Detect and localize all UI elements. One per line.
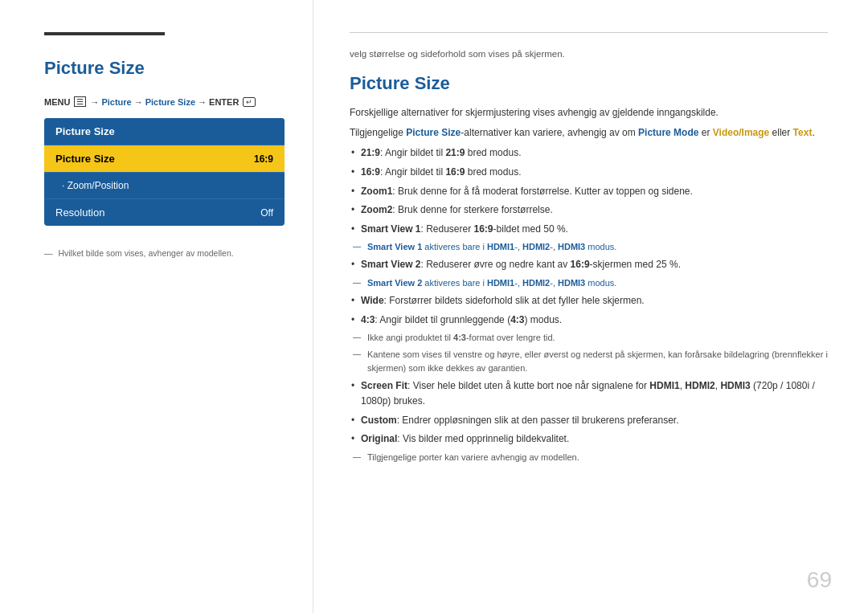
arrow3: → — [198, 97, 207, 107]
arrow2: → — [134, 97, 143, 107]
menu-section2: Picture Size — [145, 97, 195, 107]
right-panel: velg størrelse og sideforhold som vises … — [313, 0, 868, 613]
resolution-value: Off — [260, 207, 273, 219]
menu-item-zoom-position[interactable]: · Zoom/Position — [44, 173, 285, 198]
menu-box: Picture Size Picture Size 16:9 · Zoom/Po… — [44, 118, 285, 226]
intro-text-1: Forskjellige alternativer for skjermjust… — [350, 105, 828, 121]
list-item: 16:9: Angir bildet til 16:9 bred modus. — [350, 165, 828, 180]
menu-path: MENU ☰ → Picture → Picture Size → ENTER … — [44, 96, 285, 107]
intro2-bold2: Picture Mode — [638, 127, 698, 138]
list-item-subnote-dark: Tilgjengelige porter kan variere avhengi… — [350, 451, 828, 464]
enter-icon: ↵ — [243, 97, 256, 107]
intro2-bold3: Video/Image — [713, 127, 769, 138]
left-panel-title: Picture Size — [44, 58, 285, 79]
intro2-prefix: Tilgjengelige — [350, 127, 406, 138]
intro2-mid: -alternativer kan variere, avhengig av o… — [461, 127, 638, 138]
left-note: ― Hvilket bilde som vises, avhenger av m… — [44, 248, 285, 258]
menu-item-resolution[interactable]: Resolution Off — [44, 199, 285, 226]
list-item: 21:9: Angir bildet til 21:9 bred modus. — [350, 145, 828, 161]
intro2-bold1: Picture Size — [406, 127, 461, 138]
intro2-bold4: Text — [793, 127, 813, 138]
menu-box-header: Picture Size — [44, 118, 285, 145]
list-item-subnote-dark: Kantene som vises til venstre og høyre, … — [350, 348, 828, 375]
intro-text-2: Tilgjengelige Picture Size-alternativer … — [350, 125, 828, 141]
list-item: Zoom2: Bruk denne for sterkere forstørre… — [350, 202, 828, 218]
enter-label: ENTER — [209, 97, 239, 107]
right-panel-title: Picture Size — [350, 73, 828, 94]
right-top-note: velg størrelse og sideforhold som vises … — [350, 49, 828, 59]
menu-icon: ☰ — [74, 96, 86, 107]
list-item: Smart View 2: Reduserer øvre og nedre ka… — [350, 257, 828, 272]
picture-size-label: Picture Size — [55, 153, 115, 165]
menu-item-picture-size[interactable]: Picture Size 16:9 — [44, 145, 285, 172]
right-panel-inner: velg størrelse og sideforhold som vises … — [350, 49, 828, 464]
arrow1: → — [90, 97, 99, 107]
list-item-subnote: Smart View 2 aktiveres bare i HDMI1‑, HD… — [350, 276, 828, 290]
picture-size-value: 16:9 — [254, 153, 273, 165]
menu-section1: Picture — [101, 97, 131, 107]
menu-label: MENU — [44, 97, 70, 107]
intro2-end: . — [812, 127, 814, 138]
intro2-mid3: eller — [769, 127, 792, 138]
right-top-line — [350, 32, 828, 33]
list-item: Screen Fit: Viser hele bildet uten å kut… — [350, 378, 828, 408]
bullet-list: 21:9: Angir bildet til 21:9 bred modus. … — [350, 145, 828, 464]
list-item: Smart View 1: Reduserer 16:9-bildet med … — [350, 222, 828, 237]
left-panel: Picture Size MENU ☰ → Picture → Picture … — [0, 0, 313, 613]
page-number: 69 — [807, 567, 832, 593]
list-item: Original: Vis bilder med opprinnelig bil… — [350, 431, 828, 447]
list-item: Wide: Forstørrer bildets sideforhold sli… — [350, 293, 828, 309]
list-item: 4:3: Angir bildet til grunnleggende (4:3… — [350, 313, 828, 328]
zoom-position-label: · Zoom/Position — [62, 180, 129, 191]
list-item: Zoom1: Bruk denne for å få moderat forst… — [350, 184, 828, 199]
list-item-subnote: Smart View 1 aktiveres bare i HDMI1‑, HD… — [350, 240, 828, 254]
list-item-subnote-dark: Ikke angi produktet til 4:3-format over … — [350, 331, 828, 345]
intro2-mid2: er — [698, 127, 712, 138]
list-item: Custom: Endrer oppløsningen slik at den … — [350, 413, 828, 428]
resolution-label: Resolution — [55, 206, 104, 219]
top-bar-decoration — [44, 32, 165, 35]
